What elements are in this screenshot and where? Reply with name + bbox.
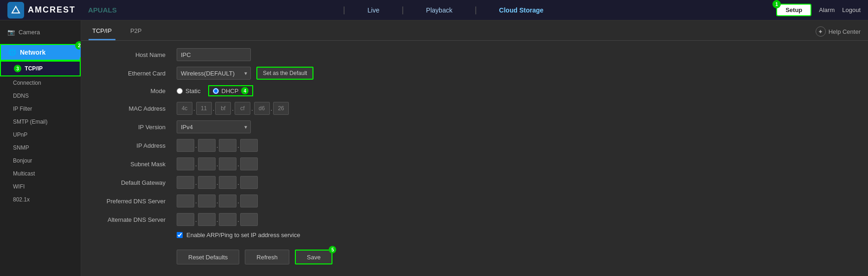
subnet-octet-3[interactable] [219, 157, 236, 170]
mac-part-4 [235, 102, 250, 115]
mac-dot-1: . [193, 105, 195, 112]
mode-static-radio[interactable]: Static [177, 88, 201, 94]
refresh-button[interactable]: Refresh [245, 250, 289, 264]
subnet-mask-fields: . . . [177, 157, 258, 170]
network-icon: 🌐 [8, 49, 16, 56]
host-name-input[interactable] [177, 48, 251, 61]
subnet-octet-1[interactable] [177, 157, 194, 170]
adns-octet-1[interactable] [177, 213, 194, 226]
ip-octet-4[interactable] [240, 139, 258, 152]
mac-part-2 [196, 102, 212, 115]
adns-octet-4[interactable] [240, 213, 258, 226]
sidebar-item-network[interactable]: 2 🌐 Network [0, 44, 81, 61]
ip-octet-2[interactable] [198, 139, 216, 152]
mac-part-3 [215, 102, 231, 115]
sidebar-subitem-tcpip[interactable]: 3 TCP/IP [0, 61, 81, 76]
dhcp-radio-input[interactable] [213, 88, 219, 94]
save-btn-wrapper: Save 5 [295, 250, 333, 264]
default-gateway-row: Default Gateway . . . [92, 176, 857, 189]
ip-octet-3[interactable] [219, 139, 236, 152]
ip-address-fields: . . . [177, 139, 258, 152]
mode-row: Mode Static DHCP 4 [92, 85, 857, 96]
subnet-octet-4[interactable] [240, 157, 258, 170]
default-gateway-fields: . . . [177, 176, 258, 189]
default-gateway-label: Default Gateway [92, 179, 171, 186]
sidebar-subitem-connection[interactable]: Connection [0, 76, 81, 89]
help-icon: ✦ [816, 26, 826, 37]
adns-octet-2[interactable] [198, 213, 216, 226]
sidebar-subitem-wifi[interactable]: WIFI [0, 180, 81, 193]
gateway-octet-4[interactable] [240, 176, 258, 189]
help-center[interactable]: ✦ Help Center [816, 26, 861, 40]
sidebar-subitem-multicast[interactable]: Multicast [0, 167, 81, 180]
ip-version-label: IP Version [92, 124, 171, 131]
adns-octet-3[interactable] [219, 213, 236, 226]
setup-button[interactable]: 1 Setup [776, 4, 811, 16]
gateway-octet-1[interactable] [177, 176, 194, 189]
arp-ping-row: Enable ARP/Ping to set IP address servic… [177, 232, 857, 238]
sidebar-subitem-ddns[interactable]: DDNS [0, 89, 81, 102]
tab-tcpip[interactable]: TCP/IP [89, 24, 115, 40]
sidebar-subitem-snmp[interactable]: SNMP [0, 141, 81, 154]
preferred-dns-label: Preferred DNS Server [92, 198, 171, 205]
mode-label: Mode [92, 88, 171, 94]
pdns-octet-2[interactable] [198, 194, 216, 207]
topnav-right: 1 Setup Alarm Logout [769, 4, 868, 16]
sidebar-subitem-smtp[interactable]: SMTP (Email) [0, 115, 81, 128]
arp-ping-checkbox[interactable] [177, 232, 183, 238]
alternate-dns-row: Alternate DNS Server . . . [92, 213, 857, 226]
arp-ping-label: Enable ARP/Ping to set IP address servic… [186, 232, 300, 238]
mac-dot-5: . [271, 105, 273, 112]
set-default-button[interactable]: Set as the Default [256, 67, 313, 80]
pdns-octet-1[interactable] [177, 194, 194, 207]
save-button[interactable]: Save [295, 250, 333, 264]
nav-playback[interactable]: Playback [422, 5, 456, 16]
sidebar-item-camera[interactable]: 📷 Camera [0, 25, 81, 39]
gateway-octet-2[interactable] [198, 176, 216, 189]
mode-radio-group: Static DHCP 4 [177, 85, 253, 96]
sep3: | [475, 5, 477, 15]
sidebar-subitem-bonjour[interactable]: Bonjour [0, 154, 81, 167]
subnet-octet-2[interactable] [198, 157, 216, 170]
mac-part-5 [254, 102, 270, 115]
host-name-row: Host Name [92, 48, 857, 61]
pdns-octet-4[interactable] [240, 194, 258, 207]
alternate-dns-label: Alternate DNS Server [92, 216, 171, 223]
mac-dot-4: . [251, 105, 253, 112]
ethernet-card-label: Ethernet Card [92, 70, 171, 77]
pdns-octet-3[interactable] [219, 194, 236, 207]
ip-address-row: IP Address . . . [92, 139, 857, 152]
ip-octet-1[interactable] [177, 139, 194, 152]
sidebar-submenu: 3 TCP/IP Connection DDNS IP Filter SMTP … [0, 61, 81, 206]
sep2: | [402, 5, 404, 15]
topnav: AMCREST APUALS | Live | Playback | Cloud… [0, 0, 868, 20]
ip-version-select[interactable]: IPv4 IPv6 [177, 120, 251, 133]
save-badge: 5 [329, 246, 336, 253]
mac-address-row: MAC Address . . . . . [92, 102, 857, 115]
network-label: Network [20, 49, 45, 56]
preferred-dns-fields: . . . [177, 194, 258, 207]
mac-address-label: MAC Address [92, 105, 171, 112]
nav-live[interactable]: Live [364, 5, 383, 16]
sidebar: 📷 Camera 2 🌐 Network 3 TCP/IP Connection… [0, 20, 81, 276]
ip-version-select-wrapper: IPv4 IPv6 ▼ [177, 120, 251, 133]
static-radio-input[interactable] [177, 88, 183, 94]
content-area: TCP/IP P2P ✦ Help Center Host Name Ether… [81, 20, 868, 276]
gateway-octet-3[interactable] [219, 176, 236, 189]
nav-cloud-storage[interactable]: Cloud Storage [495, 5, 547, 16]
tab-p2p[interactable]: P2P [127, 24, 146, 40]
mode-dhcp-radio[interactable]: DHCP 4 [208, 85, 254, 96]
preferred-dns-row: Preferred DNS Server . . . [92, 194, 857, 207]
sep1: | [343, 5, 345, 15]
sidebar-subitem-8021x[interactable]: 802.1x [0, 193, 81, 206]
reset-defaults-button[interactable]: Reset Defaults [177, 250, 239, 264]
ethernet-card-select[interactable]: Wireless(DEFAULT) Ethernet [177, 67, 251, 80]
sidebar-subitem-upnp[interactable]: UPnP [0, 128, 81, 141]
alternate-dns-fields: . . . [177, 213, 258, 226]
tabs: TCP/IP P2P ✦ Help Center [81, 20, 868, 41]
alarm-link[interactable]: Alarm [819, 6, 835, 13]
sidebar-subitem-ipfilter[interactable]: IP Filter [0, 102, 81, 115]
logout-link[interactable]: Logout [842, 6, 861, 13]
ethernet-card-row: Ethernet Card Wireless(DEFAULT) Ethernet… [92, 67, 857, 80]
logo-text: AMCREST [28, 5, 76, 15]
